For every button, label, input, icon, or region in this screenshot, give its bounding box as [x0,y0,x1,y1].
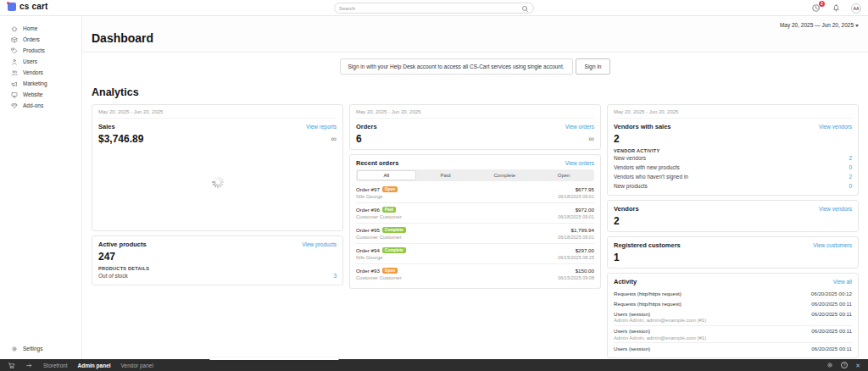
arrow-right-icon[interactable] [25,362,33,369]
panel-tab[interactable]: Admin panel [78,363,111,368]
status-badge: Complete [382,227,406,233]
avatar[interactable]: AA [851,3,861,14]
view-products-link[interactable]: View products [302,241,337,247]
sidebar-item-website[interactable]: Website [0,89,81,100]
website-icon [11,91,18,98]
date-range-selector[interactable]: May 20, 2025 — Jun 20, 2025 [92,22,859,28]
sidebar-item-label: Users [23,58,37,64]
status-badge: Open [382,186,398,192]
order-customer: Customer Customer [356,275,402,280]
addons-icon [11,102,18,109]
activity-value-link[interactable]: 0 [849,164,852,170]
marketing-icon [11,80,18,87]
activity-event-label: Users (session) [614,346,650,352]
view-reports-link[interactable]: View reports [306,124,337,130]
order-row[interactable]: Order #95 Complete Customer Customer $1,… [356,224,594,244]
status-badge: Paid [382,207,396,213]
order-customer: Nils George [356,194,398,199]
order-id: Order #96 [356,207,380,213]
brand-logo[interactable]: cs cart [8,2,48,11]
orders-card: May 20, 2025 - Jun 20, 2025 Orders View … [349,104,601,150]
vendor-activity-row: Vendors with new products 0 [614,163,852,172]
vendor-activity-row: New products 0 [614,181,852,191]
view-customers-link[interactable]: View customers [813,242,852,248]
order-id: Order #97 [356,186,380,192]
order-status-tabs: All Paid Complete Open [356,169,594,181]
horizontal-scrollbar-thumb[interactable] [209,357,339,360]
vendors-with-sales-value: 2 [614,133,852,145]
sidebar-item-products[interactable]: Products [0,45,81,56]
activity-event-label: Users (session) [614,328,650,334]
order-status-tab[interactable]: All [357,170,416,180]
activity-event-date: 06/20/2025 00:11 [811,301,852,307]
gear-icon[interactable] [826,362,833,368]
panel-tab[interactable]: Vendor panel [121,363,153,368]
vendors-value: 2 [614,215,852,227]
order-status-tab[interactable]: Paid [416,170,476,180]
sidebar-item-label: Settings [23,346,43,352]
recent-orders-card: Recent orders View orders All Paid Compl… [349,154,601,289]
order-total: $150.00 [558,268,594,274]
sidebar-item-home[interactable]: Home [0,23,81,34]
order-row[interactable]: Order #97 Open Nils George $677.95 06/18… [356,183,594,203]
sidebar-item-settings[interactable]: Settings [0,343,81,354]
sidebar-item-orders[interactable]: Orders [0,34,81,45]
active-products-value: 247 [98,251,337,263]
order-status-tab[interactable]: Complete [476,170,535,180]
vendors-with-sales-title: Vendors with sales [614,123,671,130]
panel-tabs: Storefront Admin panel Vendor panel [43,363,153,368]
view-orders-link[interactable]: View orders [565,160,594,166]
activity-list: Requests (http/https request) 06/20/2025… [614,288,852,353]
activity-event-label: Requests (http/https request) [614,301,682,307]
close-icon[interactable]: ✕ [855,363,860,368]
view-orders-link[interactable]: View orders [565,124,594,130]
order-date: 06/15/2025 09:08 [558,275,594,280]
global-search[interactable] [334,3,534,14]
registered-customers-card: Registered customers View customers 1 [607,236,859,269]
sidebar-item-label: Home [23,25,37,31]
activity-row: Users (session) 06/20/2025 00:11 Admin A… [614,325,852,343]
card-period: May 20, 2025 - Jun 20, 2025 [356,109,594,119]
sidebar-item-vendors[interactable]: Vendors [0,67,81,78]
activity-row: Users (session) 06/20/2025 00:11 Admin A… [614,308,852,325]
history-icon[interactable]: 2 [810,3,821,14]
activity-row: Requests (http/https request) 06/20/2025… [614,288,852,298]
sidebar-item-label: Products [23,47,45,53]
view-all-link[interactable]: View all [833,279,852,285]
sidebar-item-label: Marketing [23,80,47,86]
active-products-card: Active products View products 247 PRODUC… [92,235,343,285]
sidebar-item-addons[interactable]: Add-ons [0,100,81,111]
order-total: $1,799.94 [558,227,594,233]
cart-icon[interactable] [8,362,15,369]
users-icon [11,58,18,65]
spinner-icon [211,175,225,189]
products-details-list: Out of stock 3 [98,271,337,280]
vendors-icon [11,69,18,76]
view-vendors-link[interactable]: View vendors [819,124,852,130]
notification-dot [7,2,9,4]
order-row[interactable]: Order #94 Complete Nils George $297.00 0… [356,244,594,264]
search-icon[interactable] [521,1,529,16]
card-period: May 20, 2025 - Jun 20, 2025 [614,109,852,119]
bell-icon[interactable] [831,3,842,14]
recent-orders-title: Recent orders [356,159,398,167]
activity-value-link[interactable]: 2 [849,155,852,161]
activity-value-link[interactable]: 2 [849,174,852,180]
activity-label: New vendors [614,155,646,161]
panel-tab[interactable]: Storefront [43,363,68,368]
order-row[interactable]: Order #93 Open Customer Customer $150.00… [356,264,594,284]
sidebar-item-label: Vendors [23,69,43,75]
analytics-title: Analytics [92,86,859,98]
view-vendors-link[interactable]: View vendors [819,206,852,212]
activity-value-link[interactable]: 0 [849,183,852,189]
order-row[interactable]: Order #96 Paid Customer Customer $972.00… [356,203,594,224]
order-date: 06/18/2025 09:01 [558,214,594,219]
sign-in-button[interactable]: Sign in [576,58,611,75]
sidebar-item-users[interactable]: Users [0,56,81,67]
search-input[interactable] [339,6,521,11]
help-icon[interactable]: ? [841,362,848,368]
detail-value-link[interactable]: 3 [333,273,337,279]
sidebar-item-marketing[interactable]: Marketing [0,78,81,89]
order-status-tab[interactable]: Open [534,170,593,180]
active-products-title: Active products [98,241,147,248]
